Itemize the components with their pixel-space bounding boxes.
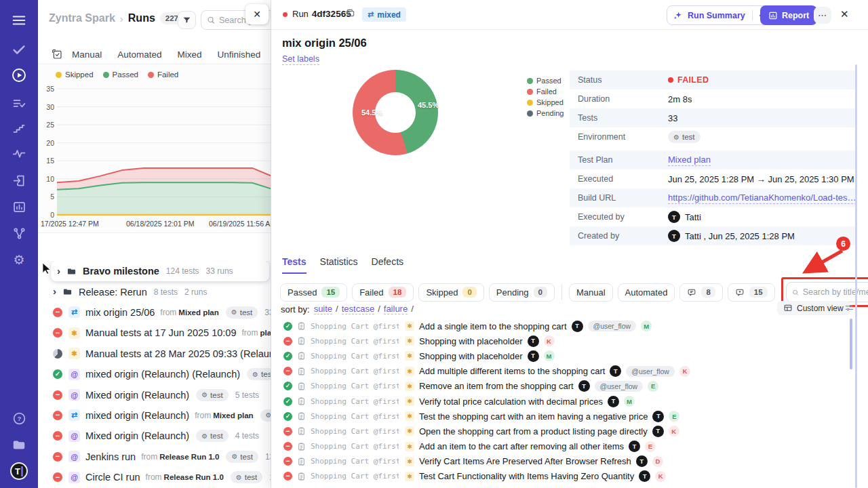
run-row[interactable]: › Release: Rerun 8 tests 2 runs bbox=[38, 281, 271, 302]
test-title[interactable]: Add multiple different items to the shop… bbox=[419, 366, 605, 376]
test-row[interactable]: Shopping Cart @first… Add a single item … bbox=[271, 319, 854, 333]
list-check-icon[interactable] bbox=[0, 93, 38, 113]
scrollbar-track[interactable] bbox=[855, 64, 857, 488]
run-row[interactable]: › Bravo milestone 124 tests 33 runs bbox=[51, 261, 269, 281]
test-suite: Shopping Cart @first… bbox=[311, 352, 399, 361]
run-row[interactable]: mix origin 25/06 fromMixed plan test 33 … bbox=[38, 302, 271, 323]
select-all-icon[interactable] bbox=[52, 49, 62, 60]
test-row[interactable]: Shopping Cart @first… Open the shopping … bbox=[271, 424, 854, 439]
set-labels-link[interactable]: Set labels bbox=[282, 54, 319, 65]
status-filter-chip[interactable]: Pending 0 bbox=[489, 283, 555, 302]
manual-test-icon bbox=[405, 411, 414, 421]
detail-value: FAILED bbox=[668, 75, 709, 85]
test-title[interactable]: Remove an item from the shopping cart bbox=[419, 381, 574, 391]
detail-tab[interactable]: Tests bbox=[282, 256, 307, 274]
bar-chart-icon[interactable] bbox=[0, 197, 38, 217]
check-icon[interactable] bbox=[0, 39, 38, 60]
detail-tab[interactable]: Statistics bbox=[320, 256, 358, 274]
test-title[interactable]: Test the shopping cart with an item havi… bbox=[419, 411, 648, 422]
detail-tab[interactable]: Defects bbox=[372, 256, 403, 274]
test-row[interactable]: Shopping Cart @first… Test the shopping … bbox=[271, 409, 854, 424]
divider bbox=[561, 284, 562, 300]
steps-icon[interactable] bbox=[0, 118, 38, 138]
test-row[interactable]: Shopping Cart @first… Shopping with plac… bbox=[271, 348, 854, 363]
donut-legend: PassedFailedSkippedPending bbox=[527, 75, 564, 119]
test-row[interactable]: Shopping Cart @first… Shopping with plac… bbox=[271, 333, 854, 348]
drawer-float-close-button[interactable]: ✕ bbox=[245, 4, 269, 24]
sort-option-link[interactable]: failure bbox=[384, 304, 408, 314]
test-title[interactable]: Open the shopping cart from a product li… bbox=[419, 426, 648, 436]
environment-chip: test bbox=[196, 430, 229, 442]
avatar-letter: T bbox=[15, 466, 23, 476]
test-title[interactable]: Verify total price calculation with deci… bbox=[419, 396, 603, 407]
sort-option-link[interactable]: testcase bbox=[342, 304, 374, 314]
help-icon[interactable]: ? bbox=[0, 408, 38, 428]
run-row[interactable]: mixed origin (Relaunch) (Relaunch) test bbox=[38, 364, 271, 384]
test-title[interactable]: Add a single item to the shopping cart bbox=[419, 321, 567, 331]
run-row[interactable]: mixed origin (Relaunch) fromMixed plan t… bbox=[38, 405, 271, 426]
play-circle-icon[interactable] bbox=[0, 65, 38, 85]
run-row[interactable]: Mixed origin (Relaunch) test 4 tests bbox=[38, 426, 271, 446]
assignee-avatar: T bbox=[652, 426, 664, 437]
test-row[interactable]: Shopping Cart @first… Add an item to the… bbox=[271, 439, 854, 454]
test-title[interactable]: Add an item to the cart after removing a… bbox=[419, 441, 624, 451]
comments-add-filter-chip[interactable]: 15 bbox=[728, 283, 775, 302]
runs-type-tab[interactable]: Manual bbox=[72, 49, 102, 60]
test-row[interactable]: Shopping Cart @first… Verify total price… bbox=[271, 394, 854, 409]
runs-type-tab[interactable]: Mixed bbox=[178, 49, 202, 60]
detail-link[interactable]: Mixed plan bbox=[668, 155, 711, 166]
status-filter-chip[interactable]: Passed 15 bbox=[280, 283, 347, 302]
gear-icon[interactable]: ⚙ bbox=[0, 249, 38, 270]
assignee-avatar: T bbox=[528, 336, 539, 347]
type-filter-chip[interactable]: Manual bbox=[569, 283, 613, 302]
copy-icon[interactable] bbox=[346, 8, 355, 18]
sort-option-link[interactable]: suite bbox=[314, 304, 332, 314]
run-row[interactable]: Jenkins run fromRelease Run 1.0 test 13 … bbox=[38, 447, 271, 467]
test-row[interactable]: Shopping Cart @first… Add multiple diffe… bbox=[271, 364, 854, 379]
pulse-icon[interactable] bbox=[0, 143, 38, 163]
letter-badge: M bbox=[624, 396, 635, 407]
custom-view-button[interactable]: Custom view bbox=[777, 301, 850, 315]
status-filter-chip[interactable]: Skipped 0 bbox=[418, 283, 484, 302]
run-tests-count: 8 tests bbox=[154, 287, 178, 297]
projects-icon[interactable] bbox=[0, 434, 38, 455]
test-row[interactable]: Shopping Cart @first… Test Cart Function… bbox=[271, 469, 854, 484]
runs-type-tab[interactable]: Automated bbox=[117, 49, 161, 60]
run-summary-button[interactable]: Run Summary ⋯ bbox=[667, 5, 775, 25]
run-row[interactable]: Manual tests at 28 Mar 2025 09:33 (Relau… bbox=[38, 344, 271, 364]
tests-search-input[interactable] bbox=[803, 287, 868, 297]
type-filter-chip[interactable]: Automated bbox=[618, 283, 675, 302]
breadcrumb-app[interactable]: Zyntra Spark bbox=[49, 12, 115, 24]
test-title[interactable]: Verify Cart Items Are Preserved After Br… bbox=[419, 456, 631, 466]
sidebar-user-avatar[interactable]: T bbox=[0, 461, 38, 481]
test-row[interactable]: Shopping Cart @first… Remove an item fro… bbox=[271, 379, 854, 394]
runs-type-tab[interactable]: Unfinished bbox=[218, 49, 261, 60]
run-name: Circle CI run bbox=[85, 472, 140, 483]
test-title[interactable]: Shopping with placeholder bbox=[419, 351, 523, 361]
report-icon bbox=[768, 11, 778, 20]
branch-icon[interactable] bbox=[0, 223, 38, 243]
more-actions-button[interactable]: ⋯ bbox=[814, 7, 831, 24]
run-row[interactable]: Mixed origin (Relaunch) test 5 tests bbox=[38, 384, 271, 405]
run-row[interactable]: Manual tests at 17 Jun 2025 10:09 frompl… bbox=[38, 323, 271, 343]
filter-button[interactable] bbox=[178, 11, 196, 29]
run-row[interactable]: Circle CI run fromRelease Run 1.0 test 1… bbox=[38, 467, 271, 487]
close-icon[interactable]: ✕ bbox=[840, 8, 849, 20]
sort-separator: / bbox=[378, 304, 380, 314]
test-title[interactable]: Shopping with placeholder bbox=[419, 336, 523, 346]
test-suite: Shopping Cart @first… bbox=[311, 382, 399, 390]
chevron-right-icon[interactable]: › bbox=[57, 265, 60, 277]
letter-badge: K bbox=[544, 336, 555, 346]
detail-link[interactable]: https://github.com/TetianaKhomenko/Load-… bbox=[668, 192, 856, 204]
comments-filter-chip[interactable]: 8 bbox=[679, 283, 722, 302]
scrollbar-thumb[interactable] bbox=[850, 319, 852, 369]
chevron-right-icon[interactable]: › bbox=[53, 285, 56, 297]
run-status-dot bbox=[283, 12, 288, 17]
menu-icon[interactable] bbox=[0, 10, 38, 30]
status-filter-chip[interactable]: Failed 18 bbox=[352, 283, 414, 302]
report-button[interactable]: Report bbox=[760, 5, 817, 25]
enter-icon[interactable] bbox=[0, 170, 38, 190]
sliders-icon[interactable] bbox=[844, 303, 854, 315]
test-title[interactable]: Test Cart Functionality with Items Havin… bbox=[419, 471, 634, 481]
test-row[interactable]: Shopping Cart @first… Verify Cart Items … bbox=[271, 454, 854, 469]
